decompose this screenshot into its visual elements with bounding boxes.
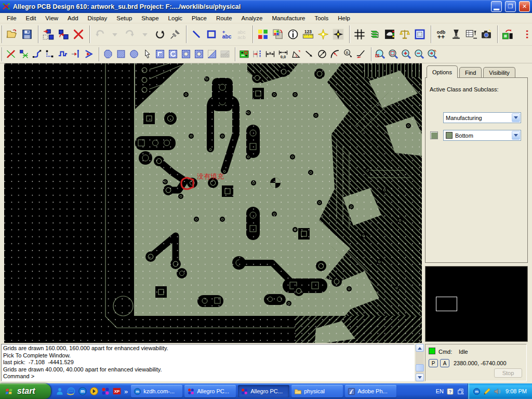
menu-place[interactable]: Place [187,14,211,22]
tool-dim-radius-icon[interactable] [328,48,341,61]
abs-coords-button[interactable]: A [440,359,449,367]
tool-zoom-out-icon[interactable] [413,48,425,61]
tool-dim-diameter-icon[interactable] [315,48,328,61]
tool-undo-menu-icon[interactable] [107,27,122,42]
chevron-down-icon[interactable] [512,113,520,122]
menu-manufacture[interactable]: Manufacture [267,14,310,22]
tab-visibility[interactable]: Visibility [483,67,515,78]
menu-tools[interactable]: Tools [310,14,333,22]
minimize-button[interactable]: ▬ [491,1,502,12]
tool-select-arrow-icon[interactable] [140,48,153,61]
world-view-window[interactable] [436,297,457,311]
tool-camera-icon[interactable] [478,27,494,42]
tool-add-rect-icon[interactable] [204,27,219,42]
tool-dim-angle-icon[interactable] [289,48,302,61]
tool-edit-vertex-icon[interactable] [43,48,56,61]
class-dropdown[interactable]: Manufacturing [443,112,521,123]
tool-board-view-icon[interactable] [237,48,250,61]
taskbar-task[interactable]: Allegro PC... [184,385,236,397]
tool-constraints-icon[interactable] [397,27,412,42]
tool-overflow-icon[interactable] [515,27,530,42]
tool-shape-circle-icon[interactable] [127,48,140,61]
tool-unrats-icon[interactable] [4,48,17,61]
tool-save-icon[interactable] [19,27,34,42]
tool-redo-icon[interactable] [122,27,137,42]
tool-shape-void-rect-icon[interactable] [179,48,192,61]
tool-odb-export-icon[interactable]: odb++ [433,27,448,42]
quick-launch-maxthon-icon[interactable]: m [78,387,87,396]
menu-view[interactable]: View [41,14,63,22]
tool-move-icon[interactable] [41,27,56,42]
tool-color-palette-icon[interactable] [255,27,270,42]
tool-spread-icon[interactable] [69,48,82,61]
close-button[interactable]: ✕ [519,1,530,12]
taskbar-task[interactable]: mkzdh.com-... [131,385,182,397]
tool-layer-stack-icon[interactable] [367,27,382,42]
quick-launch-chevron[interactable]: » [124,388,130,395]
pcb-canvas[interactable]: 没有填充 [4,63,422,343]
tool-slide-icon[interactable] [30,48,43,61]
tool-grid-toggle-icon[interactable] [352,27,367,42]
scroll-up-icon[interactable] [416,344,424,352]
world-view[interactable] [425,266,528,342]
tool-dim-balloon-icon[interactable]: B [341,48,354,61]
tool-dim-chamfer-icon[interactable] [354,48,367,61]
taskbar-task[interactable]: physical [291,385,343,397]
tool-drill-table-icon[interactable] [463,27,478,42]
tool-dim-linear-icon[interactable] [250,48,263,61]
tool-shape-polygon-icon[interactable] [101,48,114,61]
tool-measure-icon[interactable]: 123 [300,27,315,42]
tool-zoom-points-icon[interactable] [374,48,387,61]
menu-setup[interactable]: Setup [112,14,137,22]
subclass-color-swatch[interactable] [430,131,438,139]
tool-add-line-icon[interactable] [189,27,204,42]
tool-dehighlight-icon[interactable] [330,27,345,42]
tool-board-sync-icon[interactable] [500,27,515,42]
tool-pin-icon[interactable] [167,27,182,42]
subclass-dropdown[interactable]: Bottom [443,130,521,141]
command-console[interactable]: Grids are drawn 160.000, 160.000 apart f… [1,344,415,381]
menu-shape[interactable]: Shape [137,14,163,22]
tool-shape-rect-icon[interactable] [114,48,127,61]
scroll-thumb[interactable] [416,364,424,371]
menu-display[interactable]: Display [83,14,112,22]
console-scrollbar[interactable] [416,344,424,381]
tool-element-info-icon[interactable] [285,27,300,42]
tool-shadow-mode-icon[interactable] [382,27,397,42]
tool-dim-leader-icon[interactable] [302,48,315,61]
tool-jog-icon[interactable] [56,48,69,61]
tray-maxthon-icon[interactable]: m [473,388,481,395]
tool-shape-frame-icon[interactable] [153,48,166,61]
quick-launch-cadence-icon[interactable] [101,387,110,396]
toolbar-options-icon[interactable] [457,388,464,395]
taskbar-task[interactable]: Allegro PC... [238,385,289,397]
tool-drawing-frame-icon[interactable] [412,27,427,42]
chevron-down-icon[interactable] [512,131,520,140]
tray-volume-icon[interactable] [494,388,501,395]
tool-edit-text-icon[interactable]: abcacb [234,27,249,42]
restore-button[interactable]: ❐ [505,1,516,12]
quick-launch-messenger-icon[interactable] [55,387,64,396]
tool-zoom-previous-icon[interactable] [425,48,438,61]
tool-dim-distance-icon[interactable] [263,48,276,61]
tab-find[interactable]: Find [459,67,482,78]
language-indicator[interactable]: EN [436,388,444,394]
tool-zoom-in-icon[interactable] [400,48,413,61]
tool-delete-icon[interactable] [71,27,86,42]
tool-shape-gray-icon[interactable] [218,48,231,61]
tray-pencil-icon[interactable] [483,388,491,395]
tool-shape-void-circle-icon[interactable] [192,48,205,61]
menu-analyze[interactable]: Analyze [237,14,268,22]
taskbar-task[interactable]: Adobe Ph... [345,385,396,397]
pick-coords-button[interactable]: P [429,359,438,367]
menu-file[interactable]: File [2,14,21,22]
quick-launch-dxp-icon[interactable]: XP [112,387,122,396]
stop-button[interactable]: Stop [494,368,522,378]
scroll-down-icon[interactable] [416,374,424,381]
tool-redo-menu-icon[interactable] [137,27,152,42]
quick-launch-ie-icon[interactable] [66,387,76,396]
quick-launch-media-player-icon[interactable] [89,387,99,396]
tool-nc-drill-icon[interactable] [448,27,463,42]
menu-edit[interactable]: Edit [21,14,41,22]
tool-highlight-icon[interactable] [315,27,330,42]
